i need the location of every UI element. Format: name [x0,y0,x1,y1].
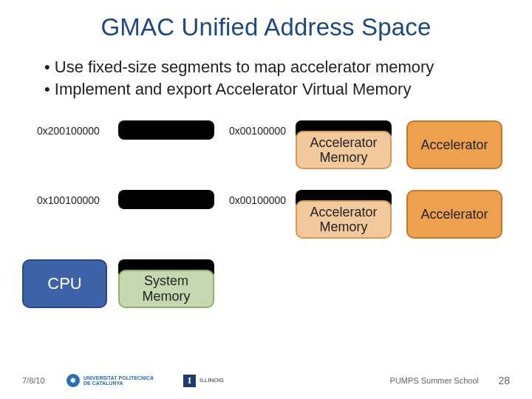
illinois-logo-icon: I [183,375,196,387]
slide-title: GMAC Unified Address Space [22,13,510,41]
bullet-item: Use fixed-size segments to map accelerat… [44,56,510,78]
segment-bar [118,190,214,209]
address-label-left: 0x200100000 [37,125,100,137]
footer-school: PUMPS Summer School [390,376,479,385]
accelerator-box: Accelerator [406,190,502,239]
upc-logo-text: UNIVERSITAT POLITECNICA DE CATALUNYA [83,375,154,386]
segment-bar [118,120,214,140]
bullet-item: Implement and export Accelerator Virtual… [44,78,510,100]
footer-date: 7/8/10 [22,376,45,385]
diagram-area: 0x200100000 0x00100000 Accelerator Memor… [22,120,510,335]
address-label-right: 0x00100000 [229,194,286,206]
slide: GMAC Unified Address Space Use fixed-siz… [0,0,532,399]
cpu-box: CPU [22,259,107,308]
upc-logo-icon: ✱ [66,374,80,387]
accelerator-memory-box: Accelerator Memory [296,200,392,239]
address-label-right: 0x00100000 [229,125,286,137]
illinois-logo-text: ILLINOIS [200,378,224,383]
address-label-left: 0x100100000 [37,194,100,206]
system-memory-box: System Memory [118,270,214,308]
accelerator-memory-box: Accelerator Memory [296,131,392,169]
bullet-list: Use fixed-size segments to map accelerat… [44,56,510,100]
footer-logos: ✱ UNIVERSITAT POLITECNICA DE CATALUNYA I… [66,374,224,387]
accelerator-box: Accelerator [406,120,502,169]
footer-page-number: 28 [498,375,510,386]
slide-footer: 7/8/10 ✱ UNIVERSITAT POLITECNICA DE CATA… [0,371,532,390]
